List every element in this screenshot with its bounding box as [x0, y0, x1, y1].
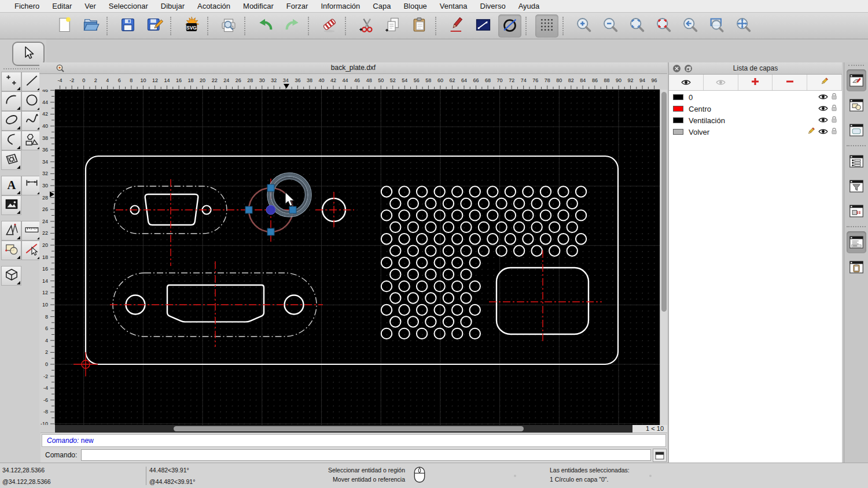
menu-bloque[interactable]: Bloque [397, 2, 433, 10]
layer-visibility-eye-icon[interactable] [818, 92, 828, 102]
menu-informacion[interactable]: Información [314, 2, 366, 10]
svg-export-button[interactable]: SVG [180, 14, 203, 38]
block-tool-button[interactable] [1, 241, 21, 260]
polyline-tool-button[interactable] [1, 131, 21, 150]
new-file-button[interactable] [53, 14, 76, 38]
library-browser-toggle-button[interactable] [847, 119, 866, 141]
zoom-previous-button[interactable] [679, 14, 702, 38]
layer-color-swatch[interactable] [673, 129, 683, 135]
drafting-tool-button[interactable] [1, 221, 21, 241]
undo-button[interactable] [254, 14, 277, 38]
layer-row-volver[interactable]: Volver [669, 126, 842, 138]
hide-all-eye-button[interactable] [704, 75, 738, 90]
text-tool-button[interactable]: A [1, 176, 21, 195]
palette-drag-handle[interactable] [3, 68, 42, 69]
menu-ver[interactable]: Ver [78, 2, 102, 10]
horizontal-scrollbar-thumb[interactable] [174, 426, 524, 431]
measure-tool-button[interactable] [21, 221, 42, 241]
command-line-toggle-button[interactable] [847, 231, 866, 253]
menu-ventana[interactable]: Ventana [433, 2, 474, 10]
selection-filter-toggle-button[interactable] [847, 175, 866, 197]
image-tool-button[interactable] [1, 195, 21, 215]
drawing-window-titlebar[interactable]: back_plate.dxf [39, 62, 667, 74]
layer-lock-icon[interactable] [831, 127, 837, 137]
menu-fichero[interactable]: Fichero [8, 2, 46, 10]
menu-editar[interactable]: Editar [46, 2, 78, 10]
layer-list-toggle-button[interactable] [847, 69, 866, 91]
layer-color-swatch[interactable] [673, 94, 683, 100]
zoom-out-button[interactable] [599, 14, 622, 38]
solid-tool-button[interactable] [1, 266, 21, 286]
statusbar-grip-dot [649, 475, 652, 477]
zoom-in-button[interactable] [572, 14, 595, 38]
save-button[interactable] [116, 14, 139, 38]
layer-list-toggle-icon [848, 72, 865, 89]
grid-toggle-button[interactable] [535, 14, 558, 38]
cut-button[interactable] [355, 14, 378, 38]
property-editor-toggle-button[interactable] [847, 150, 866, 172]
circle-tool-button[interactable] [21, 91, 42, 111]
delete-eraser-button[interactable] [318, 14, 341, 38]
zoom-window-button[interactable] [705, 14, 729, 38]
arc-tool-button[interactable] [1, 91, 21, 111]
zoom-pan-button[interactable] [732, 14, 755, 38]
layer-visibility-eye-icon[interactable] [818, 127, 828, 137]
layer-row-0[interactable]: 0 [669, 91, 842, 103]
line-attributes-button[interactable] [472, 14, 495, 38]
menu-seleccionar[interactable]: Seleccionar [102, 2, 155, 10]
layer-color-swatch[interactable] [673, 106, 683, 112]
shape-tool-button[interactable] [21, 131, 42, 150]
save-icon [119, 16, 137, 36]
menu-modificar[interactable]: Modificar [237, 2, 280, 10]
menu-diverso[interactable]: Diverso [474, 2, 512, 10]
layer-visibility-eye-icon[interactable] [818, 115, 828, 125]
projection-toggle-button[interactable] [847, 200, 866, 222]
sidebar-drag-handle[interactable] [848, 65, 864, 66]
show-all-eye-button[interactable] [669, 75, 704, 90]
layer-lock-icon[interactable] [831, 103, 837, 114]
point-tool-button[interactable] [1, 72, 21, 91]
drawing-canvas[interactable] [55, 90, 660, 425]
svg-text:26: 26 [236, 77, 241, 83]
print-preview-button[interactable] [217, 14, 240, 38]
layer-lock-icon[interactable] [831, 92, 837, 102]
modify-tool-button[interactable] [21, 241, 42, 260]
vertical-scrollbar-thumb[interactable] [661, 92, 667, 312]
menu-dibujar[interactable]: Dibujar [155, 2, 191, 10]
show-all-eye-icon [681, 77, 691, 88]
open-file-button[interactable] [79, 14, 102, 38]
hatch-tool-button[interactable] [1, 150, 21, 170]
redo-button[interactable] [281, 14, 304, 38]
menu-capa[interactable]: Capa [366, 2, 397, 10]
layer-row-ventilacion[interactable]: Ventilación [669, 114, 842, 126]
block-list-toggle-button[interactable] [847, 94, 866, 116]
edit-layer-button[interactable] [807, 75, 842, 90]
spline-tool-button[interactable] [21, 111, 42, 131]
menu-acotacion[interactable]: Acotación [191, 2, 237, 10]
paste-button[interactable] [408, 14, 431, 38]
statusbar-grip-dot [514, 475, 516, 477]
menu-ayuda[interactable]: Ayuda [512, 2, 546, 10]
ellipse-tool-button[interactable] [1, 111, 21, 131]
layer-row-centro[interactable]: Centro [669, 103, 842, 114]
command-input[interactable] [81, 449, 651, 461]
copy-button[interactable] [381, 14, 404, 38]
vertical-scrollbar[interactable] [660, 90, 667, 425]
save-as-button[interactable] [143, 14, 166, 38]
command-window-toggle-button[interactable] [653, 449, 667, 462]
layer-color-swatch[interactable] [673, 117, 683, 123]
layer-lock-icon[interactable] [831, 115, 837, 125]
zoom-selection-button[interactable] [652, 14, 675, 38]
add-layer-button[interactable] [738, 75, 773, 90]
svg-text:-4: -4 [43, 385, 48, 391]
attributes-pencil-button[interactable] [445, 14, 468, 38]
dimension-tool-button[interactable] [21, 176, 42, 195]
line-tool-button[interactable] [21, 72, 42, 91]
horizontal-scrollbar[interactable] [55, 425, 632, 432]
clipboard-toggle-button[interactable] [847, 256, 866, 278]
circle-attributes-button[interactable] [498, 14, 521, 38]
menu-forzar[interactable]: Forzar [280, 2, 315, 10]
layer-visibility-eye-icon[interactable] [818, 103, 828, 114]
zoom-auto-button[interactable] [626, 14, 649, 38]
remove-layer-button[interactable] [773, 75, 807, 90]
